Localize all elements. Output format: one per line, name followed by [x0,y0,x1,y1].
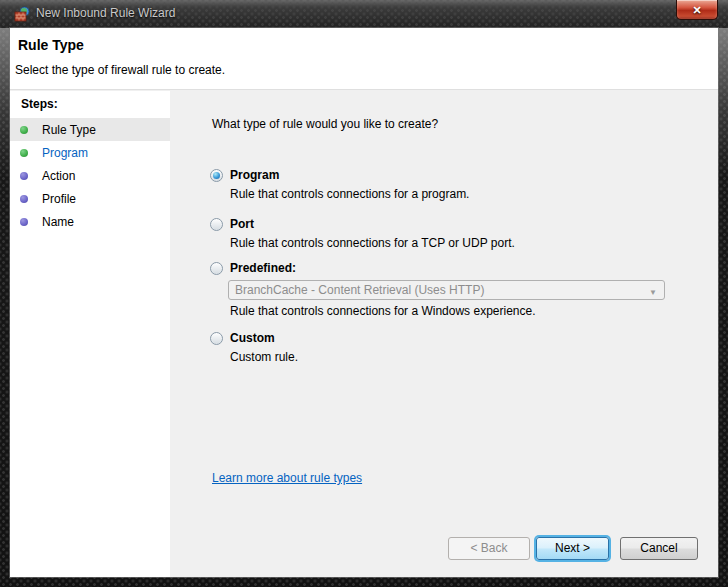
cancel-button[interactable]: Cancel [620,537,698,560]
learn-more-link[interactable]: Learn more about rule types [212,471,362,485]
page-title: Rule Type [18,37,84,53]
radio-custom-label[interactable]: Custom [230,331,275,345]
radio-program[interactable] [210,169,223,182]
sidebar-item-action: Action [10,164,170,187]
close-button[interactable]: ✕ [676,0,718,20]
radio-port-label[interactable]: Port [230,217,254,231]
firewall-icon [14,6,30,22]
close-icon: ✕ [692,1,701,20]
titlebar[interactable]: New Inbound Rule Wizard ✕ [0,0,728,28]
radio-predefined-label[interactable]: Predefined: [230,261,296,275]
sidebar-item-program[interactable]: Program [10,141,170,164]
predefined-rule-select: BranchCache - Content Retrieval (Uses HT… [228,280,665,300]
next-button[interactable]: Next > [536,537,609,560]
custom-description: Custom rule. [230,350,298,364]
radio-program-label[interactable]: Program [230,168,279,182]
steps-sidebar: Steps: Rule Type Program Action Profile [10,91,170,577]
dialog-surface: Rule Type Select the type of firewall ru… [10,28,718,577]
step-pending-dot-icon [20,195,28,203]
back-button: < Back [448,537,530,560]
chevron-down-icon: ▼ [649,284,657,302]
predefined-description: Rule that controls connections for a Win… [230,304,536,318]
sidebar-item-name: Name [10,210,170,233]
wizard-content: What type of rule would you like to crea… [171,91,718,577]
wizard-header: Rule Type Select the type of firewall ru… [10,28,718,90]
sidebar-item-profile: Profile [10,187,170,210]
program-description: Rule that controls connections for a pro… [230,187,469,201]
radio-predefined[interactable] [210,262,223,275]
frame-glass-edge-right [718,28,728,178]
question-text: What type of rule would you like to crea… [212,117,438,131]
radio-custom[interactable] [210,332,223,345]
step-done-dot-icon [20,126,28,134]
step-label: Action [42,169,75,183]
step-done-dot-icon [20,149,28,157]
port-description: Rule that controls connections for a TCP… [230,236,515,250]
page-subtitle: Select the type of firewall rule to crea… [15,63,225,77]
step-label: Profile [42,192,76,206]
wizard-window: New Inbound Rule Wizard ✕ Rule Type Sele… [0,0,728,587]
step-pending-dot-icon [20,172,28,180]
sidebar-item-rule-type[interactable]: Rule Type [10,118,170,141]
step-label: Rule Type [42,123,96,137]
predefined-rule-selected-value: BranchCache - Content Retrieval (Uses HT… [235,283,484,297]
step-label: Program [42,146,88,160]
step-pending-dot-icon [20,218,28,226]
radio-port[interactable] [210,218,223,231]
frame-glass-edge-left [0,28,10,178]
step-label: Name [42,215,74,229]
steps-heading: Steps: [21,97,58,111]
window-title: New Inbound Rule Wizard [36,0,175,28]
